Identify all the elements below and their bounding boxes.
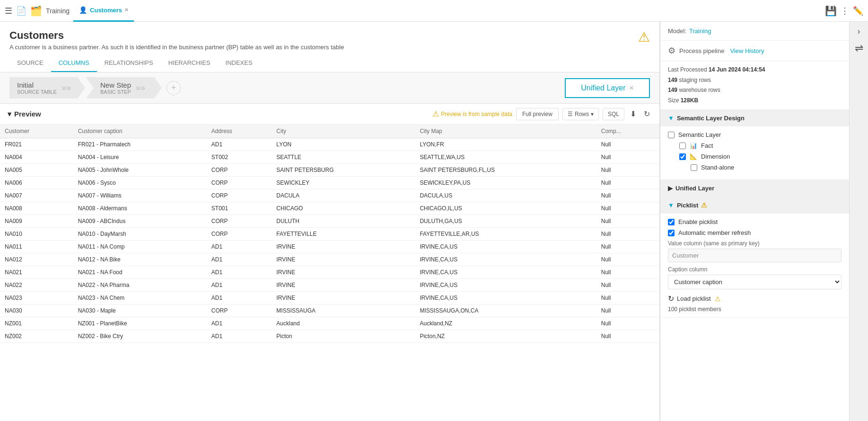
table-row: NA022NA022 - NA PharmaAD1IRVINEIRVINE,CA… <box>0 279 659 292</box>
table-cell: NA011 - NA Comp <box>73 241 207 253</box>
semantic-layer-checkbox[interactable] <box>668 132 675 138</box>
pipeline-step-newstep[interactable]: New Step BASIC STEP »» <box>86 77 162 99</box>
full-preview-button[interactable]: Full preview <box>516 108 559 120</box>
col-address[interactable]: Address <box>207 125 272 138</box>
value-column-field: Customer <box>668 249 842 262</box>
tab-nav-columns[interactable]: COLUMNS <box>51 54 97 72</box>
load-picklist-row: ↻ Load picklist ⚠ <box>668 294 842 303</box>
download-button[interactable]: ⬇ <box>628 107 638 120</box>
table-cell: Null <box>596 164 659 177</box>
rows-button[interactable]: ☰ Rows ▾ <box>562 108 599 120</box>
sql-button[interactable]: SQL <box>603 108 624 120</box>
page-description: A customer is a business partner. As suc… <box>9 44 650 51</box>
fact-checkbox[interactable] <box>679 143 686 149</box>
tab-customers[interactable]: 👤 Customers × <box>73 0 134 22</box>
refresh-button[interactable]: ↻ <box>642 107 652 120</box>
dimension-checkbox[interactable] <box>679 153 686 160</box>
process-gear-icon: ⚙ <box>668 45 675 56</box>
sample-warning-icon: ⚠ <box>432 109 439 118</box>
table-cell: SEWICKLEY <box>272 177 415 189</box>
table-cell: Null <box>596 266 659 279</box>
caption-column-select[interactable]: Customer caption <box>668 275 842 289</box>
tab-nav-source[interactable]: SOURCE <box>9 54 51 72</box>
table-cell: FAYETTEVILLE <box>272 228 415 241</box>
pipeline-step-newstep-sub: BASIC STEP <box>100 89 131 95</box>
picklist-body: Enable picklist Automatic member refresh… <box>660 214 849 318</box>
col-customer[interactable]: Customer <box>0 125 73 138</box>
table-row: NA010NA010 - DayMarshCORPFAYETTEVILLEFAY… <box>0 228 659 241</box>
table-row: NZ002NZ002 - Bike CtryAD1PictonPicton,NZ… <box>0 330 659 343</box>
top-bar-right: 💾 ⋮ ✏️ <box>825 5 863 17</box>
col-city[interactable]: City <box>272 125 415 138</box>
new-doc-icon[interactable]: 📄 <box>16 6 26 16</box>
tab-close-icon[interactable]: × <box>125 7 128 13</box>
table-cell: Null <box>596 305 659 317</box>
table-cell: CORP <box>207 177 272 189</box>
picklist-warning-icon: ⚠ <box>701 201 707 209</box>
pipeline-step-initial[interactable]: Initial SOURCE TABLE »» <box>9 77 85 99</box>
tab-nav-hierarchies[interactable]: HIERARCHIES <box>161 54 218 72</box>
semantic-layer-design-title: Semantic Layer Design <box>677 115 745 122</box>
left-panel: Customers A customer is a business partn… <box>0 22 660 421</box>
tab-nav-relationships[interactable]: RELATIONSHIPS <box>97 54 161 72</box>
enable-picklist-row: Enable picklist <box>668 218 842 225</box>
table-cell: NA022 <box>0 279 73 292</box>
table-cell: NA006 <box>0 177 73 189</box>
far-right-collapse-icon[interactable]: › <box>858 27 860 36</box>
table-cell: NA007 <box>0 189 73 202</box>
table-cell: NA010 <box>0 228 73 241</box>
top-bar-left: ☰ 📄 🗂️ Training 👤 Customers × <box>5 0 821 22</box>
table-row: NA012NA012 - NA BikeAD1IRVINEIRVINE,CA,U… <box>0 253 659 266</box>
table-cell: AD1 <box>207 138 272 151</box>
table-cell: Null <box>596 177 659 189</box>
menu-icon[interactable]: ☰ <box>5 6 12 16</box>
picklist-section-header[interactable]: ▼ Picklist ⚠ <box>660 197 849 214</box>
unified-layer-section-header[interactable]: ▶ Unified Layer <box>660 180 849 197</box>
table-cell: AD1 <box>207 317 272 330</box>
more-icon[interactable]: ⋮ <box>841 6 849 16</box>
app-icon: 🗂️ <box>30 5 42 17</box>
view-history-link[interactable]: View History <box>730 47 764 54</box>
table-cell: DACULA,US <box>415 189 596 202</box>
table-cell: CORP <box>207 215 272 228</box>
table-cell: NA030 - Maple <box>73 305 207 317</box>
table-cell: NZ001 <box>0 317 73 330</box>
table-cell: NA004 <box>0 151 73 164</box>
edit-icon[interactable]: ✏️ <box>853 6 863 16</box>
save-icon[interactable]: 💾 <box>825 5 837 17</box>
model-name-link[interactable]: Training <box>689 27 711 35</box>
table-cell: LYON,FR <box>415 138 596 151</box>
pipeline-unified-layer[interactable]: Unified Layer × <box>565 78 650 98</box>
tab-icon: 👤 <box>79 6 87 14</box>
load-picklist-button[interactable]: ↻ Load picklist <box>668 294 711 303</box>
tab-nav-indexes[interactable]: INDEXES <box>218 54 260 72</box>
semantic-layer-design-header[interactable]: ▼ Semantic Layer Design <box>660 110 849 126</box>
size-value: 128KB <box>681 97 698 104</box>
automatic-member-refresh-checkbox[interactable] <box>668 230 675 236</box>
col-city-map[interactable]: City Map <box>415 125 596 138</box>
rows-chevron-icon: ▾ <box>591 111 594 117</box>
enable-picklist-checkbox[interactable] <box>668 219 675 225</box>
col-comp[interactable]: Comp... <box>596 125 659 138</box>
pipeline-add-button[interactable]: + <box>167 81 181 95</box>
table-row: NA006NA006 - SyscoCORPSEWICKLEYSEWICKLEY… <box>0 177 659 189</box>
table-cell: NZ001 - PlanetBike <box>73 317 207 330</box>
table-cell: NA004 - Leisure <box>73 151 207 164</box>
table-cell: LYON <box>272 138 415 151</box>
far-right-connections-icon[interactable]: ⇌ <box>855 42 863 54</box>
table-row: NA023NA023 - NA ChemAD1IRVINEIRVINE,CA,U… <box>0 292 659 305</box>
table-cell: CORP <box>207 189 272 202</box>
table-row: NA009NA009 - ABCIndusCORPDULUTHDULUTH,GA… <box>0 215 659 228</box>
fact-row: 📊 Fact <box>668 142 842 149</box>
standalone-checkbox[interactable] <box>691 164 697 171</box>
unified-layer-close-icon[interactable]: × <box>629 84 633 92</box>
table-cell: NA008 - Aldermans <box>73 202 207 215</box>
col-customer-caption[interactable]: Customer caption <box>73 125 207 138</box>
table-cell: IRVINE,CA,US <box>415 292 596 305</box>
table-cell: SEWICKLEY,PA,US <box>415 177 596 189</box>
preview-chevron-icon[interactable]: ▾ <box>8 110 11 118</box>
preview-title: ▾ Preview <box>8 110 41 118</box>
semantic-layer-chevron-icon: ▼ <box>668 115 674 122</box>
table-cell: Null <box>596 317 659 330</box>
header-warning-icon: ⚠ <box>638 29 650 45</box>
